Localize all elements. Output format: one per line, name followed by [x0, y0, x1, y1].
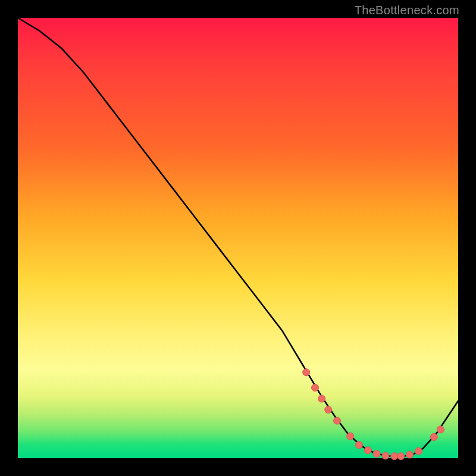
curve-marker [325, 406, 332, 414]
marker-group [303, 369, 444, 460]
curve-marker [364, 447, 371, 454]
curve-marker [415, 447, 422, 455]
watermark-text: TheBottleneck.com [355, 4, 459, 17]
chart-container: TheBottleneck.com [0, 0, 476, 476]
curve-marker [437, 426, 444, 433]
curve-marker [406, 451, 414, 458]
curve-marker [318, 395, 325, 402]
curve-marker [347, 433, 354, 440]
curve-svg [18, 18, 458, 458]
curve-marker [382, 452, 389, 459]
curve-marker [373, 450, 380, 458]
curve-marker [391, 453, 398, 460]
plot-area [18, 18, 458, 458]
curve-marker [312, 384, 319, 392]
curve-marker [430, 433, 437, 440]
curve-marker [334, 417, 341, 424]
curve-marker [397, 453, 405, 460]
curve-marker [303, 369, 310, 376]
bottleneck-curve [18, 18, 458, 456]
curve-marker [356, 441, 363, 449]
